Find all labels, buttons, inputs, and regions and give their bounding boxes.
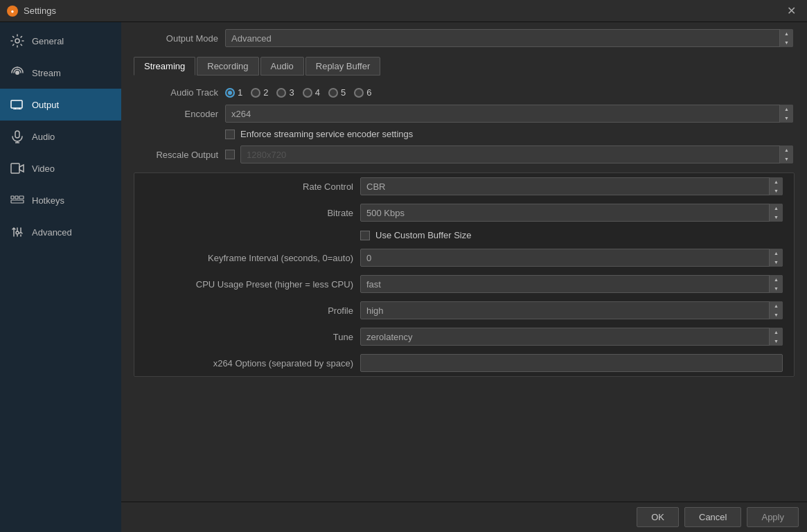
sidebar-label-advanced: Advanced (32, 227, 72, 238)
sidebar-item-output[interactable]: Output (0, 89, 121, 121)
enforce-label: Enforce streaming service encoder settin… (240, 129, 413, 139)
sidebar: General Stream (0, 22, 121, 532)
tab-audio[interactable]: Audio (260, 57, 304, 76)
bitrate-spinner: ▲ ▼ (769, 204, 783, 222)
rate-control-spinner: ▲ ▼ (769, 177, 783, 195)
audio-track-label: Audio Track (135, 87, 218, 98)
rescale-spinner: ▲ ▼ (779, 145, 793, 163)
track-5[interactable]: 5 (328, 87, 346, 98)
encoder-wrapper: x264 ▲ ▼ (225, 105, 793, 123)
encoder-label: Encoder (135, 109, 218, 119)
profile-value[interactable]: high (360, 301, 783, 319)
radio-1[interactable] (225, 88, 235, 98)
encoder-settings-box: Rate Control CBR ▲ ▼ Bitrate 500 Kbps (134, 172, 795, 377)
ok-button[interactable]: OK (637, 507, 679, 527)
track-label-3: 3 (289, 87, 294, 98)
x264-options-control (360, 354, 783, 372)
keyframe-value[interactable]: 0 (360, 249, 783, 267)
rescale-up[interactable]: ▲ (780, 145, 793, 154)
svg-point-16 (16, 231, 19, 234)
rate-control-up[interactable]: ▲ (770, 177, 783, 186)
output-mode-spinner: ▲ ▼ (779, 29, 793, 47)
rescale-down[interactable]: ▼ (780, 154, 793, 163)
output-mode-select-wrapper: Advanced ▲ ▼ (225, 29, 793, 47)
tune-up[interactable]: ▲ (770, 328, 783, 337)
radio-2[interactable] (251, 88, 260, 98)
hotkeys-icon (10, 193, 25, 208)
bitrate-value[interactable]: 500 Kbps (360, 204, 783, 222)
x264-options-row: x264 Options (separated by space) (134, 350, 794, 376)
profile-label: Profile (145, 305, 353, 316)
track-label-6: 6 (366, 87, 371, 98)
sidebar-item-advanced[interactable]: Advanced (0, 216, 121, 248)
x264-options-label: x264 Options (separated by space) (145, 358, 353, 369)
keyframe-row: Keyframe Interval (seconds, 0=auto) 0 ▲ … (134, 245, 794, 271)
keyframe-wrapper: 0 ▲ ▼ (360, 249, 783, 267)
tab-replay-buffer[interactable]: Replay Buffer (305, 57, 381, 76)
radio-4[interactable] (303, 88, 312, 98)
radio-5[interactable] (328, 88, 338, 98)
track-1[interactable]: 1 (225, 87, 242, 98)
bitrate-up[interactable]: ▲ (770, 204, 783, 213)
profile-down[interactable]: ▼ (770, 310, 783, 319)
audio-track-row: Audio Track 1 2 3 (121, 84, 807, 101)
titlebar: ● Settings ✕ (0, 0, 807, 22)
content-area: Output Mode Advanced ▲ ▼ Streaming Recor… (121, 22, 807, 532)
rescale-checkbox[interactable] (225, 150, 235, 159)
tune-down[interactable]: ▼ (770, 337, 783, 346)
video-icon (10, 161, 25, 176)
track-3[interactable]: 3 (276, 87, 294, 98)
bitrate-down[interactable]: ▼ (770, 213, 783, 222)
enforce-checkbox[interactable] (225, 130, 235, 139)
track-4[interactable]: 4 (303, 87, 320, 98)
tune-wrapper: zerolatency ▲ ▼ (360, 328, 783, 346)
encoder-down[interactable]: ▼ (780, 114, 793, 123)
profile-up[interactable]: ▲ (770, 301, 783, 310)
sidebar-item-stream[interactable]: Stream (0, 57, 121, 89)
track-6[interactable]: 6 (354, 87, 371, 98)
output-mode-down[interactable]: ▼ (780, 38, 793, 47)
cancel-button[interactable]: Cancel (684, 507, 741, 527)
rate-control-value[interactable]: CBR (360, 177, 783, 195)
tune-row: Tune zerolatency ▲ ▼ (134, 323, 794, 350)
rate-control-down[interactable]: ▼ (770, 186, 783, 195)
cpu-preset-spinner: ▲ ▼ (769, 275, 783, 293)
output-mode-up[interactable]: ▲ (780, 29, 793, 38)
x264-options-input[interactable] (360, 354, 783, 372)
apply-button[interactable]: Apply (747, 507, 799, 527)
tune-value[interactable]: zerolatency (360, 328, 783, 346)
keyframe-up[interactable]: ▲ (770, 249, 783, 258)
radio-6[interactable] (354, 88, 364, 98)
encoder-up[interactable]: ▲ (780, 105, 793, 114)
output-mode-value[interactable]: Advanced (225, 29, 793, 47)
svg-rect-8 (15, 131, 19, 138)
cpu-preset-value[interactable]: fast (360, 275, 783, 293)
track-label-5: 5 (341, 87, 346, 98)
cpu-preset-down[interactable]: ▼ (770, 284, 783, 293)
sidebar-item-hotkeys[interactable]: Hotkeys (0, 184, 121, 216)
radio-3[interactable] (276, 88, 286, 98)
custom-buffer-checkbox[interactable] (360, 231, 370, 240)
bitrate-label: Bitrate (145, 208, 353, 218)
tab-streaming[interactable]: Streaming (134, 57, 195, 76)
svg-rect-11 (11, 163, 19, 173)
app-icon: ● (7, 6, 18, 17)
encoder-value[interactable]: x264 (225, 105, 793, 123)
keyframe-spinner: ▲ ▼ (769, 249, 783, 267)
track-label-4: 4 (315, 87, 320, 98)
close-button[interactable]: ✕ (783, 3, 800, 19)
tab-recording[interactable]: Recording (197, 57, 258, 76)
encoder-spinner: ▲ ▼ (779, 105, 793, 123)
keyframe-down[interactable]: ▼ (770, 258, 783, 267)
output-mode-label: Output Mode (135, 33, 218, 44)
sidebar-item-general[interactable]: General (0, 25, 121, 57)
sidebar-item-audio[interactable]: Audio (0, 121, 121, 152)
track-2[interactable]: 2 (251, 87, 268, 98)
sidebar-item-video[interactable]: Video (0, 152, 121, 184)
rescale-row: Rescale Output 1280x720 ▲ ▼ (121, 142, 807, 167)
cpu-preset-up[interactable]: ▲ (770, 275, 783, 284)
rescale-resolution[interactable]: 1280x720 (240, 145, 793, 163)
output-mode-row: Output Mode Advanced ▲ ▼ (121, 22, 807, 54)
svg-point-3 (15, 71, 19, 75)
svg-rect-12 (11, 196, 14, 199)
